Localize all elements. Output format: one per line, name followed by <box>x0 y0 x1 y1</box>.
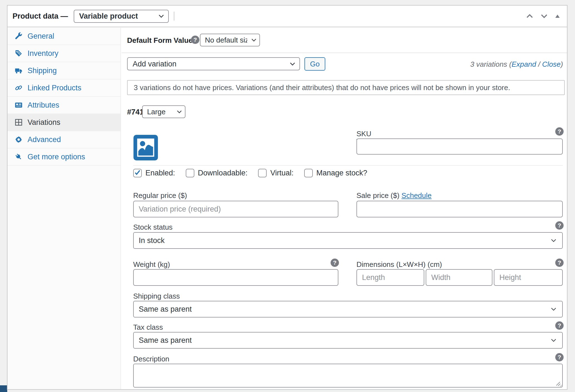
stock-status-label: Stock status <box>133 223 173 232</box>
notice-text: 3 variations do not have prices. Variati… <box>134 83 510 92</box>
tax-class-label: Tax class <box>133 323 163 332</box>
regular-price-input[interactable] <box>133 201 338 217</box>
expand-link[interactable]: Expand <box>512 60 536 68</box>
header-divider <box>174 12 174 21</box>
truck-icon <box>15 67 23 75</box>
width-input[interactable] <box>426 269 492 286</box>
index-card-icon <box>15 101 23 109</box>
help-icon[interactable]: ? <box>555 321 564 330</box>
dimensions-label: Dimensions (L×W×H) (cm) <box>356 260 442 269</box>
variations-panel: Default Form Values: ? No default size..… <box>122 28 567 389</box>
help-icon[interactable]: ? <box>555 221 564 230</box>
help-icon[interactable]: ? <box>555 127 564 136</box>
no-prices-notice: 3 variations do not have prices. Variati… <box>127 80 565 95</box>
product-data-tabs: General Inventory Shipping Linked Produc… <box>8 28 121 389</box>
summary-prefix: 3 variations ( <box>470 60 512 68</box>
weight-input[interactable] <box>133 269 338 286</box>
help-icon[interactable]: ? <box>555 259 564 267</box>
summary-suffix: ) <box>561 60 563 68</box>
manage-stock-checkbox-group: Manage stock? <box>304 169 367 177</box>
virtual-label[interactable]: Virtual: <box>270 169 294 177</box>
enabled-checkbox[interactable] <box>133 169 142 177</box>
regular-price-label: Regular price ($) <box>133 191 187 200</box>
toggle-panel-icon[interactable] <box>554 13 561 19</box>
sidebar-item-advanced[interactable]: Advanced <box>8 131 120 148</box>
tag-icon <box>15 49 23 57</box>
add-variation-select-control[interactable]: Add variation <box>127 57 300 70</box>
move-down-icon[interactable] <box>540 12 549 21</box>
panel-title: Product data — <box>13 12 68 21</box>
help-icon[interactable]: ? <box>555 353 564 361</box>
wrench-icon <box>15 32 23 40</box>
height-input[interactable] <box>494 269 563 286</box>
sidebar-item-label: Attributes <box>28 101 59 110</box>
section-divider <box>133 165 563 166</box>
image-placeholder-icon <box>133 135 158 161</box>
enabled-label[interactable]: Enabled: <box>145 169 175 177</box>
go-button[interactable]: Go <box>304 57 325 71</box>
admin-menu-corner <box>0 385 7 392</box>
weight-label: Weight (kg) <box>133 260 170 269</box>
close-link[interactable]: Close <box>542 60 561 68</box>
product-type-select-control[interactable]: Variable product <box>74 10 169 23</box>
sidebar-item-label: General <box>28 32 54 41</box>
sidebar-item-get-more-options[interactable]: Get more options <box>8 148 120 166</box>
sidebar-item-inventory[interactable]: Inventory <box>8 45 120 62</box>
default-form-values-select[interactable]: No default size... <box>200 34 260 46</box>
check-icon <box>134 169 141 176</box>
sidebar-item-shipping[interactable]: Shipping <box>8 62 120 80</box>
schedule-link[interactable]: Schedule <box>401 191 432 200</box>
grid-icon <box>15 118 23 126</box>
move-up-icon[interactable] <box>525 12 534 21</box>
shipping-class-select[interactable]: Same as parent <box>133 301 563 317</box>
length-input[interactable] <box>356 269 424 286</box>
manage-stock-label[interactable]: Manage stock? <box>316 169 367 177</box>
variations-toolbar: Default Form Values: ? No default size..… <box>122 28 567 53</box>
sidebar-item-linked-products[interactable]: Linked Products <box>8 80 120 97</box>
variation-flags-row: Enabled: Downloadable: Virtual: Manage s… <box>133 168 367 178</box>
sku-input[interactable] <box>356 138 563 155</box>
help-icon[interactable]: ? <box>331 259 339 267</box>
variations-summary: 3 variations (Expand / Close) <box>470 60 563 69</box>
variation-image-placeholder-button[interactable] <box>133 135 158 161</box>
shipping-class-select-control[interactable]: Same as parent <box>133 301 563 317</box>
link-icon <box>15 84 23 92</box>
product-type-select[interactable]: Variable product <box>74 10 169 23</box>
sale-price-label: Sale price ($) Schedule <box>356 191 432 200</box>
downloadable-checkbox[interactable] <box>186 169 194 177</box>
variation-id: #741 <box>127 108 144 116</box>
variation-size-select[interactable]: Large <box>142 105 185 118</box>
virtual-checkbox[interactable] <box>258 169 267 177</box>
tax-class-select[interactable]: Same as parent <box>133 332 563 349</box>
shipping-class-label: Shipping class <box>133 292 180 301</box>
sidebar-item-variations[interactable]: Variations <box>8 114 120 131</box>
sidebar-item-label: Linked Products <box>28 84 81 92</box>
sidebar-item-general[interactable]: General <box>8 28 120 45</box>
sidebar-item-label: Advanced <box>28 135 61 144</box>
stock-status-select[interactable]: In stock <box>133 232 563 249</box>
tax-class-select-control[interactable]: Same as parent <box>133 332 563 349</box>
sale-price-label-text: Sale price ($) <box>356 191 400 200</box>
manage-stock-checkbox[interactable] <box>304 169 313 177</box>
description-label: Description <box>133 355 169 363</box>
help-icon[interactable]: ? <box>191 36 199 44</box>
sidebar-item-label: Variations <box>28 118 60 127</box>
gear-icon <box>15 136 23 143</box>
downloadable-label[interactable]: Downloadable: <box>198 169 248 177</box>
sidebar-item-attributes[interactable]: Attributes <box>8 97 120 114</box>
description-textarea[interactable] <box>133 364 563 388</box>
downloadable-checkbox-group: Downloadable: <box>186 169 248 177</box>
product-data-panel: Product data — Variable product General … <box>7 5 567 390</box>
default-form-values-label: Default Form Values: <box>127 36 199 45</box>
stock-status-select-control[interactable]: In stock <box>133 232 563 249</box>
panel-header: Product data — Variable product <box>8 6 567 27</box>
default-form-values-select-control[interactable]: No default size... <box>200 34 260 46</box>
sale-price-input[interactable] <box>356 201 563 217</box>
sidebar-item-label: Shipping <box>28 66 57 75</box>
add-variation-select[interactable]: Add variation <box>127 57 300 70</box>
plug-icon <box>15 153 23 161</box>
variation-size-select-control[interactable]: Large <box>142 105 185 118</box>
summary-separator: / <box>536 60 542 68</box>
sidebar-item-label: Get more options <box>28 153 85 161</box>
sidebar-item-label: Inventory <box>28 49 58 58</box>
